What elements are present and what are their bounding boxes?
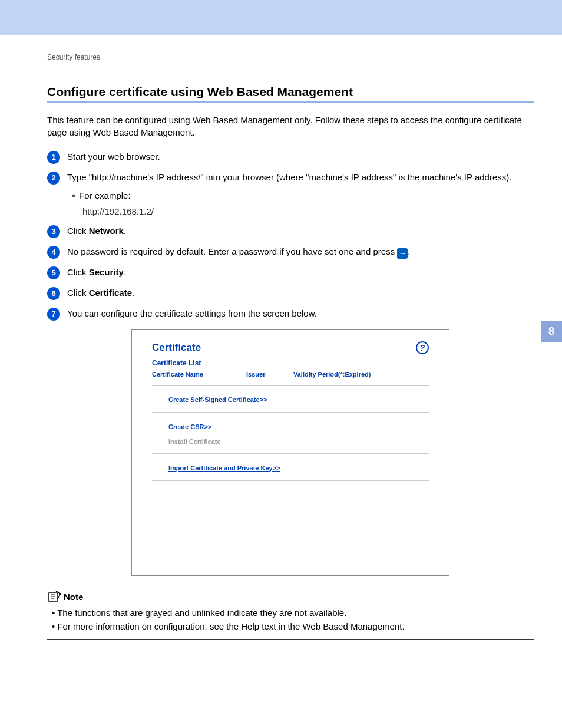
step-7: 7 You can configure the certificate sett…	[47, 307, 534, 321]
svg-rect-0	[49, 592, 57, 602]
step-7-text: You can configure the certificate settin…	[67, 307, 534, 319]
certificate-list-heading: Certificate List	[152, 359, 429, 367]
note-label: Note	[64, 592, 83, 602]
step-3-post: .	[124, 226, 126, 236]
step-4-pre: No password is required by default. Ente…	[67, 246, 397, 256]
step-4: 4 No password is required by default. En…	[47, 245, 534, 259]
step-3-bold: Network	[89, 226, 124, 236]
page-content: Security features Configure certificate …	[0, 35, 562, 640]
chapter-tab: 8	[541, 321, 562, 342]
step-2-text: Type "http://machine's IP address/" into…	[67, 172, 511, 182]
step-3: 3 Click Network.	[47, 225, 534, 238]
breadcrumb: Security features	[47, 53, 534, 61]
step-6-pre: Click	[67, 288, 89, 298]
install-certificate-disabled: Install Certificate	[168, 438, 429, 445]
certificate-panel: Certificate ? Certificate List Certifica…	[131, 329, 449, 576]
help-icon[interactable]: ?	[416, 341, 429, 354]
top-banner	[0, 0, 562, 35]
step-5-bold: Security	[89, 267, 124, 277]
col-validity: Validity Period(*:Expired)	[293, 371, 429, 378]
step-badge-2: 2	[47, 172, 60, 185]
step-1-text: Start your web browser.	[67, 150, 534, 163]
note-rule	[88, 597, 534, 597]
link-create-csr[interactable]: Create CSR>>	[168, 423, 211, 430]
step-badge-7: 7	[47, 308, 60, 321]
step-5-pre: Click	[67, 267, 89, 277]
step-1: 1 Start your web browser.	[47, 150, 534, 164]
link-import-certificate[interactable]: Import Certificate and Private Key>>	[168, 465, 280, 472]
step-badge-1: 1	[47, 151, 60, 164]
link-create-self-signed[interactable]: Create Self-Signed Certificate>>	[168, 396, 267, 403]
step-6-bold: Certificate	[89, 288, 132, 298]
example-label: For example:	[72, 189, 534, 202]
step-badge-3: 3	[47, 225, 60, 238]
submit-arrow-icon[interactable]: →	[397, 248, 408, 259]
page-title: Configure certificate using Web Based Ma…	[47, 85, 534, 103]
certificate-columns: Certificate Name Issuer Validity Period(…	[152, 371, 429, 378]
panel-title: Certificate	[152, 342, 201, 354]
intro-paragraph: This feature can be configured using Web…	[47, 114, 534, 139]
step-5: 5 Click Security.	[47, 266, 534, 279]
col-issuer: Issuer	[246, 371, 293, 378]
step-3-pre: Click	[67, 226, 89, 236]
col-certificate-name: Certificate Name	[152, 371, 246, 378]
step-6: 6 Click Certificate.	[47, 286, 534, 300]
steps-list: 1 Start your web browser. 2 Type "http:/…	[47, 150, 534, 321]
note-header: Note	[47, 590, 534, 603]
note-item-1: The functions that are grayed and unlink…	[47, 607, 534, 620]
step-5-post: .	[124, 267, 126, 277]
step-2: 2 Type "http://machine's IP address/" in…	[47, 171, 534, 218]
note-icon	[47, 590, 61, 603]
step-6-post: .	[132, 288, 134, 298]
step-badge-4: 4	[47, 246, 60, 259]
step-badge-6: 6	[47, 287, 60, 300]
example-url: http://192.168.1.2/	[82, 205, 534, 218]
note-list: The functions that are grayed and unlink…	[47, 607, 534, 640]
note-item-2: For more information on configuration, s…	[47, 620, 534, 634]
step-badge-5: 5	[47, 266, 60, 279]
step-4-post: .	[408, 246, 410, 256]
